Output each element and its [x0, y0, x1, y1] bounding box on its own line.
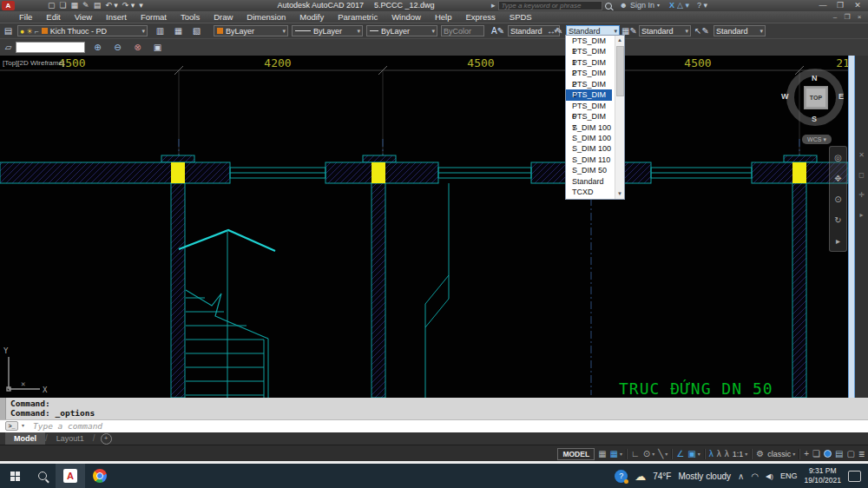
viewcube-east[interactable]: E — [838, 92, 844, 101]
dim-text[interactable]: 4500 — [467, 56, 494, 69]
help-icon[interactable]: ? ▾ — [697, 0, 707, 11]
exchange-icon[interactable]: X — [669, 0, 674, 11]
dropdown-item[interactable]: PTS_DIM 2 — [566, 57, 612, 68]
linetype-combo[interactable]: ByLayer ▾ — [292, 25, 363, 36]
drawing-area[interactable]: 4500 4200 4500 4500 210 — [0, 56, 868, 398]
menu-draw[interactable]: Draw — [207, 11, 240, 23]
menu-insert[interactable]: Insert — [99, 11, 134, 23]
edit-attribute-icon[interactable]: ▱ — [1, 41, 16, 54]
search-icon[interactable] — [605, 3, 612, 10]
dim-style-icon[interactable]: ↔✎ — [547, 24, 562, 37]
menu-file[interactable]: File — [12, 11, 39, 23]
search-input[interactable] — [498, 1, 602, 10]
isoplane-caret-icon[interactable]: ▾ — [665, 451, 667, 457]
plot-icon[interactable]: ▤ — [94, 0, 102, 11]
menu-view[interactable]: View — [68, 11, 99, 23]
scroll-down-icon[interactable]: ▼ — [615, 189, 624, 199]
dropdown-item[interactable]: S_DIM 50 — [566, 165, 612, 175]
saveas-icon[interactable]: ✎ — [82, 0, 89, 11]
qat-menu-icon[interactable]: ▾ — [139, 0, 143, 11]
annotation-scale-icon[interactable]: λ — [725, 446, 729, 462]
layer-combo[interactable]: ● ☀ ⌐ Kich Thuoc - PD ▾ — [17, 25, 148, 36]
help-tip-icon[interactable]: ? — [615, 470, 628, 483]
clean-screen-icon[interactable]: ▢ — [847, 446, 855, 462]
command-input-placeholder[interactable]: Type a command — [33, 421, 102, 431]
dropdown-item[interactable]: Standard — [566, 176, 612, 187]
new-layout-button[interactable]: + — [101, 433, 112, 445]
dim-text[interactable]: 4500 — [684, 56, 711, 69]
doc-restore-button[interactable]: ❐ — [841, 11, 853, 23]
tray-expand-icon[interactable]: ∧ — [738, 472, 744, 481]
viewcube-top-face[interactable]: TOP — [804, 86, 828, 109]
group-edit-icon[interactable]: ▣ — [150, 41, 165, 54]
object-snap-tracking-icon[interactable]: ∠ — [676, 446, 684, 462]
dropdown-item[interactable]: S_DIM 100 — [566, 143, 612, 154]
mleader-style-caret-icon[interactable]: ▾ — [757, 28, 763, 35]
weather-temp[interactable]: 74°F — [653, 472, 671, 481]
autoscale-icon[interactable]: λ — [717, 446, 721, 462]
annotation-monitor-icon[interactable]: + — [804, 446, 809, 462]
dropdown-item[interactable]: S_DIM 100 — [566, 133, 612, 143]
orbit-icon[interactable]: ↻ — [834, 215, 841, 225]
close-button[interactable]: ✕ — [849, 0, 866, 10]
viewcube-west[interactable]: W — [781, 92, 789, 101]
group-remove-icon[interactable]: ⊖ — [110, 41, 125, 54]
hardware-acceleration-icon[interactable] — [824, 450, 832, 458]
customization-menu-icon[interactable]: ≡ — [858, 446, 865, 462]
start-button[interactable] — [0, 464, 30, 488]
group-create-icon[interactable]: ⊕ — [90, 41, 105, 54]
menu-modify[interactable]: Modify — [293, 11, 331, 23]
plot-status-icon[interactable]: ▤ — [835, 446, 843, 462]
mleader-style-combo[interactable]: Standard ▾ — [713, 25, 766, 36]
viewcube-north[interactable]: N — [812, 74, 818, 82]
weather-icon[interactable]: ☁ — [635, 470, 646, 483]
lineweight-combo[interactable]: ByLayer ▾ — [366, 25, 437, 36]
wcs-menu[interactable]: WCS ▾ — [802, 135, 832, 144]
wall-plan[interactable] — [0, 155, 848, 398]
viewport-label[interactable]: [Top][2D Wireframe] — [3, 59, 64, 67]
signin-caret-icon[interactable]: ▾ — [657, 0, 660, 11]
dropdown-scrollbar[interactable]: ▲ ▼ — [615, 36, 624, 199]
color-combo-caret-icon[interactable]: ▾ — [279, 28, 286, 35]
command-recent-caret-icon[interactable]: ▾ — [22, 422, 24, 428]
tab-layout1[interactable]: Layout1 — [48, 432, 93, 445]
layer-states-icon[interactable]: ▧ — [189, 24, 204, 37]
pan-icon[interactable]: ✥ — [834, 174, 841, 183]
grid-display-icon[interactable]: ▦ — [598, 446, 606, 462]
dock-icon[interactable]: ◻ — [858, 171, 865, 179]
named-group-input[interactable] — [16, 42, 85, 53]
dim-text[interactable]: 4200 — [264, 56, 291, 69]
table-style-combo[interactable]: Standard ▾ — [639, 25, 691, 36]
doc-minimize-button[interactable]: – — [829, 11, 841, 23]
save-icon[interactable]: ▦ — [71, 0, 79, 11]
workspace-value[interactable]: classic — [767, 450, 791, 458]
a360-icon[interactable]: △ ▾ — [677, 0, 689, 11]
menu-dimension[interactable]: Dimension — [240, 11, 293, 23]
search-expand-icon[interactable]: ▸ — [491, 0, 496, 11]
scroll-thumb[interactable] — [616, 46, 624, 96]
dropdown-item[interactable]: PTS_DIM 2 — [566, 79, 612, 89]
menu-window[interactable]: Window — [385, 11, 428, 23]
menu-tools[interactable]: Tools — [174, 11, 207, 23]
wifi-icon[interactable]: ◠ — [751, 472, 759, 481]
clock[interactable]: 9:31 PM 19/10/2021 — [804, 466, 841, 485]
doc-close-button[interactable]: × — [853, 11, 865, 23]
dim-style-caret-icon[interactable]: ▾ — [611, 28, 617, 35]
annotation-scale-value[interactable]: 1:1 — [733, 450, 744, 458]
snap-mode-icon[interactable]: ▦ — [610, 446, 618, 462]
dropdown-item[interactable]: TCXD — [566, 187, 612, 197]
menu-edit[interactable]: Edit — [39, 11, 67, 23]
dock-icon[interactable]: ✛ — [858, 191, 865, 199]
bulb-icon[interactable]: ● — [20, 27, 24, 36]
color-combo[interactable]: ByLayer ▾ — [214, 25, 288, 36]
make-layer-current-icon[interactable]: ▥ — [153, 24, 168, 37]
dropdown-item[interactable]: PTS_DIM 1 — [566, 36, 612, 46]
language-indicator[interactable]: ENG — [780, 472, 798, 480]
dimension-texts[interactable]: 4500 4200 4500 4500 210 — [58, 56, 848, 69]
minimize-button[interactable]: — — [814, 0, 832, 10]
ortho-icon[interactable]: ∟ — [631, 446, 640, 462]
layer-previous-icon[interactable]: ▦ — [171, 24, 186, 37]
viewcube-south[interactable]: S — [812, 115, 817, 123]
vertical-scrollbar[interactable] — [848, 56, 855, 398]
snap-caret-icon[interactable]: ▾ — [620, 451, 622, 457]
